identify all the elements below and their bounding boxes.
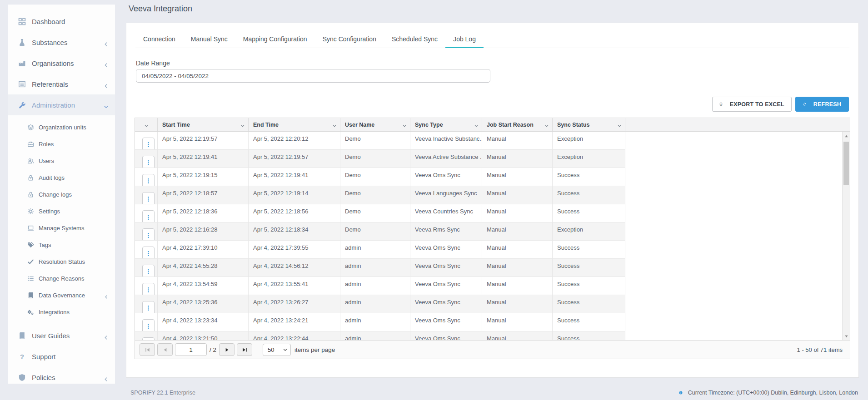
row-menu-button[interactable] (142, 192, 155, 204)
tab-scheduled-sync[interactable]: Scheduled Sync (384, 31, 445, 48)
last-page-button[interactable] (237, 343, 252, 356)
sidebar-subitem-integrations[interactable]: Integrations (8, 304, 115, 321)
page-size-select[interactable]: 50 (263, 344, 291, 356)
sidebar-subitem-users[interactable]: Users (8, 153, 115, 169)
sidebar-subitem-change-reasons[interactable]: Change Reasons (8, 270, 115, 287)
flask-icon (18, 39, 26, 46)
sidebar-item-administration[interactable]: Administration (8, 94, 115, 115)
table-row[interactable]: Apr 4, 2022 13:54:59Apr 4, 2022 13:55:41… (135, 277, 625, 295)
row-menu-button[interactable] (142, 138, 155, 149)
row-menu-button[interactable] (142, 228, 155, 240)
refresh-button[interactable]: REFRESH (795, 97, 849, 112)
date-range-label: Date Range (136, 59, 170, 67)
grid-menu-column-header[interactable] (135, 118, 158, 131)
check-icon (27, 258, 34, 265)
cell-user-name: Demo (340, 168, 410, 186)
sidebar-item-label: Settings (39, 208, 60, 215)
dotsV-icon (145, 142, 151, 148)
table-row[interactable]: Apr 5, 2022 12:19:57Apr 5, 2022 12:20:12… (135, 132, 625, 150)
cell-sync-status: Success (553, 313, 625, 331)
table-row[interactable]: Apr 5, 2022 12:18:36Apr 5, 2022 12:18:56… (135, 204, 625, 222)
column-header-user-name[interactable]: User Name (340, 118, 410, 131)
column-header-label: Sync Type (415, 122, 443, 128)
column-header-job-start-reason[interactable]: Job Start Reason (482, 118, 553, 131)
column-header-end-time[interactable]: End Time (249, 118, 340, 131)
page-count-label: / 2 (210, 346, 216, 353)
column-header-sync-status[interactable]: Sync Status (553, 118, 625, 131)
cell-end-time: Apr 5, 2022 12:18:56 (249, 204, 340, 222)
column-header-sync-type[interactable]: Sync Type (410, 118, 482, 131)
sidebar-subitem-roles[interactable]: Roles (8, 136, 115, 153)
row-menu-button[interactable] (142, 283, 155, 295)
sidebar-subitem-audit-logs[interactable]: Audit logs (8, 169, 115, 186)
pagerLast-icon-wrap (242, 347, 248, 353)
row-menu-button[interactable] (142, 174, 155, 186)
cell-sync-status: Success (553, 186, 625, 204)
cell-start-time: Apr 5, 2022 12:19:57 (158, 132, 249, 149)
cell-sync-type: Veeva Oms Sync (410, 295, 482, 313)
cell-start-time: Apr 5, 2022 12:16:28 (158, 222, 249, 240)
sidebar-subitem-manage-systems[interactable]: Manage Systems (8, 220, 115, 237)
tab-manual-sync[interactable]: Manual Sync (183, 31, 235, 48)
dotsV-icon (145, 196, 151, 202)
sidebar-subitem-resolution-status[interactable]: Resolution Status (8, 253, 115, 270)
sidebar-item-label: Organization units (39, 124, 86, 131)
sidebar-item-user-guides[interactable]: User Guides (8, 325, 115, 346)
previous-page-button[interactable] (157, 343, 173, 356)
sidebar-item-dashboard[interactable]: Dashboard (8, 11, 115, 32)
caret-icon (544, 123, 549, 128)
table-row[interactable]: Apr 5, 2022 12:16:28Apr 5, 2022 12:18:34… (135, 222, 625, 241)
table-row[interactable]: Apr 5, 2022 12:19:15Apr 5, 2022 12:19:41… (135, 168, 625, 186)
caret-icon (402, 123, 407, 128)
table-row[interactable]: Apr 4, 2022 13:21:50Apr 4, 2022 13:22:44… (135, 331, 625, 341)
row-menu-button[interactable] (142, 265, 155, 277)
dotsV-icon (145, 160, 151, 166)
sidebar-subitem-data-governance[interactable]: Data Governance (8, 287, 115, 304)
next-page-button[interactable] (219, 343, 234, 356)
cell-sync-status: Exception (553, 132, 625, 149)
sidebar-item-policies[interactable]: Policies (8, 367, 115, 388)
row-menu-button[interactable] (142, 247, 155, 258)
page-number-input[interactable] (175, 343, 207, 356)
sidebar-item-organisations[interactable]: Organisations (8, 53, 115, 74)
row-menu-button[interactable] (142, 210, 155, 222)
sidebar-subitem-organization-units[interactable]: Organization units (8, 119, 115, 136)
first-page-button[interactable] (140, 343, 155, 356)
cell-end-time: Apr 5, 2022 12:20:12 (249, 132, 340, 149)
export-to-excel-button[interactable]: x EXPORT TO EXCEL (712, 97, 792, 112)
tab-job-log[interactable]: Job Log (445, 31, 484, 48)
row-menu-button[interactable] (142, 301, 155, 313)
table-row[interactable]: Apr 4, 2022 13:23:34Apr 4, 2022 13:24:21… (135, 313, 625, 331)
sidebar-subitem-change-logs[interactable]: Change logs (8, 186, 115, 203)
scrollbar-thumb[interactable] (843, 142, 849, 185)
scroll-up-arrow[interactable] (843, 133, 850, 140)
sidebar-item-support[interactable]: ?Support (8, 346, 115, 367)
tab-sync-configuration[interactable]: Sync Configuration (315, 31, 384, 48)
scroll-down-arrow[interactable] (843, 332, 850, 340)
sidebar-item-label: Audit logs (39, 174, 65, 181)
column-header-start-time[interactable]: Start Time (158, 118, 249, 131)
row-menu-button[interactable] (142, 319, 155, 331)
tab-mapping-configuration[interactable]: Mapping Configuration (235, 31, 315, 48)
sidebar-item-substances[interactable]: Substances (8, 32, 115, 53)
items-range-info: 1 - 50 of 71 items (797, 346, 845, 353)
table-row[interactable]: Apr 4, 2022 14:55:28Apr 4, 2022 14:56:12… (135, 259, 625, 277)
table-row[interactable]: Apr 5, 2022 12:19:41Apr 5, 2022 12:19:57… (135, 150, 625, 168)
date-range-input[interactable] (136, 69, 490, 83)
cell-job-start-reason: Manual (482, 222, 553, 240)
table-row[interactable]: Apr 4, 2022 13:25:36Apr 4, 2022 13:26:27… (135, 295, 625, 313)
sidebar-item-referentials[interactable]: Referentials (8, 74, 115, 94)
column-header-label: End Time (253, 122, 279, 128)
cell-start-time: Apr 4, 2022 13:21:50 (158, 331, 249, 341)
table-row[interactable]: Apr 5, 2022 12:18:57Apr 5, 2022 12:19:14… (135, 186, 625, 204)
tags-icon (27, 242, 34, 248)
cell-sync-status: Exception (553, 150, 625, 168)
cell-sync-type: Veeva Countries Sync (410, 204, 482, 222)
export-to-excel-label: EXPORT TO EXCEL (730, 101, 784, 108)
row-menu-button[interactable] (142, 156, 155, 168)
sidebar-subitem-settings[interactable]: Settings (8, 203, 115, 220)
table-row[interactable]: Apr 4, 2022 17:39:10Apr 4, 2022 17:39:55… (135, 241, 625, 259)
sidebar-subitem-tags[interactable]: Tags (8, 237, 115, 253)
tab-connection[interactable]: Connection (135, 31, 183, 48)
vertical-scrollbar[interactable] (842, 132, 850, 341)
